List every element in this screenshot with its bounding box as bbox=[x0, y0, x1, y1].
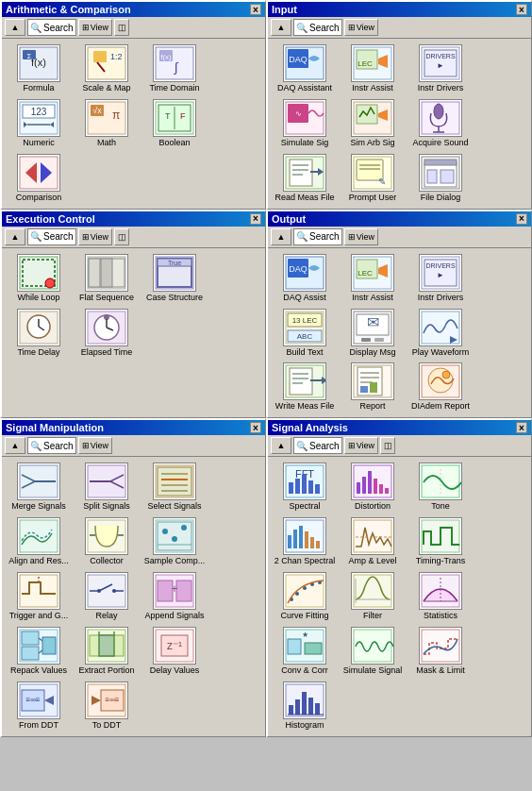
input-content: DAQ DAQ Assistant LEC Instr Assist bbox=[268, 39, 531, 209]
write-meas-file-item[interactable]: Write Meas File bbox=[272, 361, 338, 413]
output-up-button[interactable]: ▲ bbox=[271, 228, 291, 245]
append-signals-item[interactable]: + Append Signals bbox=[141, 570, 208, 623]
output-view-button[interactable]: ⊞ View bbox=[344, 228, 378, 245]
conv-corr-item[interactable]: ★ Conv & Corr bbox=[272, 625, 338, 678]
execution-search-box[interactable]: 🔍 Search bbox=[27, 228, 76, 245]
play-waveform-item[interactable]: Play Waveform bbox=[407, 307, 474, 360]
extract-portion-item[interactable]: Extract Portion bbox=[74, 625, 140, 678]
close-execution-button[interactable]: × bbox=[250, 213, 261, 225]
simulate-signal-item[interactable]: Simulate Signal bbox=[340, 625, 406, 678]
file-dialog-item[interactable]: File Dialog bbox=[407, 152, 474, 205]
curve-fitting-icon-box bbox=[283, 572, 326, 610]
relay-item[interactable]: Relay bbox=[74, 570, 140, 623]
comparison-item[interactable]: Comparison bbox=[6, 152, 72, 205]
sample-comp-item[interactable]: Sample Comp... bbox=[141, 515, 208, 568]
numeric-item[interactable]: 123 Numeric bbox=[6, 97, 72, 150]
close-output-button[interactable]: × bbox=[516, 213, 527, 225]
flat-sequence-item[interactable]: Flat Sequence bbox=[74, 252, 140, 305]
read-meas-file-item[interactable]: Read Meas File bbox=[272, 152, 338, 205]
instr-drivers-out-item[interactable]: DRIVERS ► Instr Drivers bbox=[407, 252, 474, 305]
time-domain-item[interactable]: f(x) ∫ Time Domain bbox=[141, 42, 208, 95]
search-icon-siganal: 🔍 bbox=[296, 441, 308, 451]
statistics-item[interactable]: Statistics bbox=[407, 570, 474, 623]
sim-arb-sig-item[interactable]: Sim Arb Sig bbox=[340, 97, 406, 150]
svg-text:Σ: Σ bbox=[27, 52, 32, 60]
arithmetic-up-button[interactable]: ▲ bbox=[5, 19, 25, 36]
spectral-item[interactable]: FFT Spectral bbox=[272, 461, 338, 513]
mask-limit-item[interactable]: Mask & Limit bbox=[407, 625, 474, 678]
output-search-box[interactable]: 🔍 Search bbox=[293, 228, 342, 245]
distortion-item[interactable]: Distortion bbox=[340, 461, 406, 513]
display-msg-item[interactable]: ✉ Display Msg bbox=[340, 307, 406, 360]
trigger-gate-item[interactable]: Trigger and G... bbox=[6, 570, 72, 623]
arithmetic-view-button[interactable]: ⊞ View bbox=[78, 19, 112, 36]
execution-up-button[interactable]: ▲ bbox=[5, 228, 25, 245]
prompt-user-item[interactable]: ✎ Prompt User bbox=[340, 152, 406, 205]
panel-execution-title: Execution Control bbox=[6, 213, 95, 225]
filter-item[interactable]: Filter bbox=[340, 570, 406, 623]
tone-item[interactable]: Tone bbox=[407, 461, 474, 513]
case-structure-item[interactable]: True Case Structure bbox=[141, 252, 208, 305]
simulate-sig-item[interactable]: ∿ Simulate Sig bbox=[272, 97, 338, 150]
svg-point-144 bbox=[172, 536, 177, 542]
amp-level-item[interactable]: Amp & Level bbox=[340, 515, 406, 568]
signal-analysis-resize-button[interactable]: ◫ bbox=[380, 437, 395, 454]
report-item[interactable]: Report bbox=[340, 361, 406, 413]
acquire-sound-item[interactable]: Acquire Sound bbox=[407, 97, 474, 150]
align-resample-item[interactable]: Align and Res... bbox=[6, 515, 72, 568]
arithmetic-search-box[interactable]: 🔍 Search bbox=[27, 19, 76, 36]
curve-fitting-item[interactable]: Curve Fitting bbox=[272, 570, 338, 623]
instr-drivers-item[interactable]: DRIVERS ► Instr Drivers bbox=[407, 42, 474, 95]
math-item[interactable]: √x π Math bbox=[74, 97, 140, 150]
svg-rect-219 bbox=[288, 639, 301, 654]
signal-analysis-view-button[interactable]: ⊞ View bbox=[344, 437, 378, 454]
close-signal-manipulation-button[interactable]: × bbox=[250, 422, 261, 433]
merge-signals-item[interactable]: Merge Signals bbox=[6, 461, 72, 513]
report-icon bbox=[352, 363, 393, 399]
instr-assist-out-item[interactable]: LEC Instr Assist bbox=[340, 252, 406, 305]
build-text-icon-box: 13 LEC ABC bbox=[283, 309, 326, 346]
input-search-box[interactable]: 🔍 Search bbox=[293, 19, 342, 36]
diadem-report-item[interactable]: DIAdem Report bbox=[407, 361, 474, 413]
timing-trans-icon bbox=[420, 518, 461, 554]
scale-map-item[interactable]: 1:2 Scale & Map bbox=[74, 42, 140, 95]
signal-analysis-up-button[interactable]: ▲ bbox=[271, 437, 291, 454]
build-text-item[interactable]: 13 LEC ABC Build Text bbox=[272, 307, 338, 360]
from-ddt-icon-box: ≡∞≡ bbox=[17, 682, 60, 719]
arithmetic-resize-button[interactable]: ◫ bbox=[114, 19, 129, 36]
time-delay-item[interactable]: Time Delay bbox=[6, 307, 72, 360]
daq-assist-out-item[interactable]: DAQ DAQ Assist bbox=[272, 252, 338, 305]
boolean-item[interactable]: T F Boolean bbox=[141, 97, 208, 150]
repack-values-item[interactable]: Repack Values bbox=[6, 625, 72, 678]
svg-text:123: 123 bbox=[31, 107, 47, 117]
execution-resize-button[interactable]: ◫ bbox=[114, 228, 129, 245]
relay-icon-box bbox=[85, 572, 128, 610]
signal-manipulation-up-button[interactable]: ▲ bbox=[5, 437, 25, 454]
while-loop-item[interactable]: While Loop bbox=[6, 252, 72, 305]
close-signal-analysis-button[interactable]: × bbox=[516, 422, 527, 433]
close-arithmetic-button[interactable]: × bbox=[250, 4, 261, 15]
output-content: DAQ DAQ Assist LEC Instr Assist bbox=[268, 248, 531, 418]
elapsed-time-item[interactable]: Elapsed Time bbox=[74, 307, 140, 360]
timing-trans-item[interactable]: Timing-Trans bbox=[407, 515, 474, 568]
collector-item[interactable]: Collector bbox=[74, 515, 140, 568]
to-ddt-item[interactable]: ≡∞≡ To DDT bbox=[74, 680, 140, 732]
formula-item[interactable]: f(x) Σ Formula bbox=[6, 42, 72, 95]
select-signals-item[interactable]: Select Signals bbox=[141, 461, 208, 513]
close-input-button[interactable]: × bbox=[516, 4, 527, 15]
signal-analysis-search-box[interactable]: 🔍 Search bbox=[293, 437, 342, 454]
instr-assist-item[interactable]: LEC Instr Assist bbox=[340, 42, 406, 95]
svg-rect-71 bbox=[101, 259, 112, 287]
execution-view-button[interactable]: ⊞ View bbox=[78, 228, 112, 245]
input-up-button[interactable]: ▲ bbox=[271, 19, 291, 36]
split-signals-item[interactable]: Split Signals bbox=[74, 461, 140, 513]
instr-assist-out-icon-box: LEC bbox=[351, 254, 394, 292]
from-ddt-item[interactable]: ≡∞≡ From DDT bbox=[6, 680, 72, 732]
signal-manipulation-view-button[interactable]: ⊞ View bbox=[78, 437, 112, 454]
histogram-item[interactable]: Histogram bbox=[272, 680, 338, 732]
signal-manipulation-search-box[interactable]: 🔍 Search bbox=[27, 437, 76, 454]
delay-values-item[interactable]: z⁻¹ Delay Values bbox=[141, 625, 208, 678]
input-view-button[interactable]: ⊞ View bbox=[344, 19, 378, 36]
daq-assistant-item[interactable]: DAQ DAQ Assistant bbox=[272, 42, 338, 95]
2chan-spectral-item[interactable]: 2 Chan Spectral bbox=[272, 515, 338, 568]
